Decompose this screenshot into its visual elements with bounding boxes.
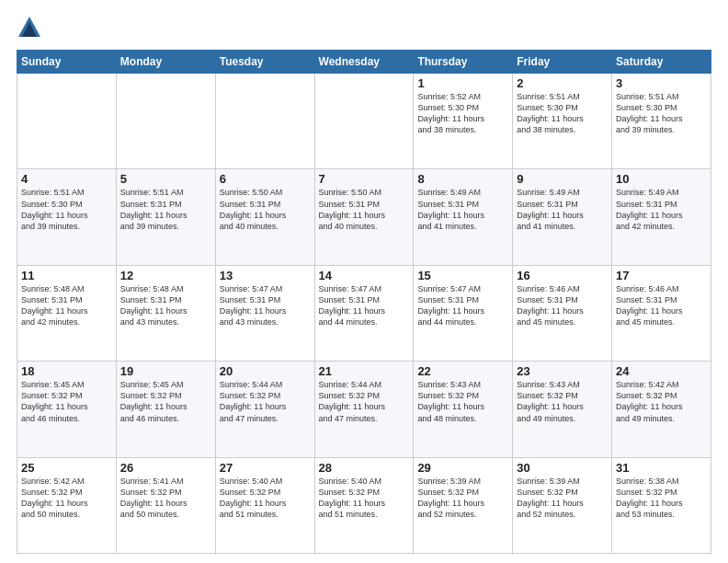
day-header-saturday: Saturday bbox=[612, 51, 711, 74]
day-header-sunday: Sunday bbox=[17, 51, 117, 74]
day-cell-9: 9Sunrise: 5:49 AM Sunset: 5:31 PM Daylig… bbox=[513, 169, 612, 265]
day-info: Sunrise: 5:43 AM Sunset: 5:32 PM Dayligh… bbox=[417, 379, 508, 424]
week-row-3: 11Sunrise: 5:48 AM Sunset: 5:31 PM Dayli… bbox=[17, 265, 711, 361]
day-cell-22: 22Sunrise: 5:43 AM Sunset: 5:32 PM Dayli… bbox=[414, 362, 513, 457]
day-number: 22 bbox=[417, 364, 508, 378]
day-cell-15: 15Sunrise: 5:47 AM Sunset: 5:31 PM Dayli… bbox=[414, 265, 513, 361]
day-cell-28: 28Sunrise: 5:40 AM Sunset: 5:32 PM Dayli… bbox=[314, 457, 414, 553]
day-number: 4 bbox=[21, 172, 112, 186]
day-number: 19 bbox=[120, 364, 211, 378]
empty-cell bbox=[116, 74, 215, 169]
day-cell-14: 14Sunrise: 5:47 AM Sunset: 5:31 PM Dayli… bbox=[314, 265, 414, 361]
day-cell-24: 24Sunrise: 5:42 AM Sunset: 5:32 PM Dayli… bbox=[612, 362, 711, 457]
day-info: Sunrise: 5:49 AM Sunset: 5:31 PM Dayligh… bbox=[417, 187, 508, 232]
page: SundayMondayTuesdayWednesdayThursdayFrid… bbox=[0, 0, 728, 563]
day-info: Sunrise: 5:47 AM Sunset: 5:31 PM Dayligh… bbox=[220, 283, 311, 328]
day-number: 20 bbox=[220, 364, 311, 378]
empty-cell bbox=[314, 74, 414, 169]
week-row-2: 4Sunrise: 5:51 AM Sunset: 5:30 PM Daylig… bbox=[17, 169, 711, 265]
day-cell-29: 29Sunrise: 5:39 AM Sunset: 5:32 PM Dayli… bbox=[414, 457, 513, 553]
day-number: 30 bbox=[517, 461, 608, 475]
day-info: Sunrise: 5:40 AM Sunset: 5:32 PM Dayligh… bbox=[220, 476, 311, 521]
logo-icon bbox=[17, 15, 42, 40]
day-number: 18 bbox=[21, 364, 112, 378]
header bbox=[17, 15, 711, 40]
day-number: 9 bbox=[517, 172, 608, 186]
day-number: 25 bbox=[21, 461, 112, 475]
day-number: 14 bbox=[319, 269, 410, 282]
day-cell-30: 30Sunrise: 5:39 AM Sunset: 5:32 PM Dayli… bbox=[513, 457, 612, 553]
day-info: Sunrise: 5:39 AM Sunset: 5:32 PM Dayligh… bbox=[417, 476, 508, 521]
day-header-friday: Friday bbox=[513, 51, 612, 74]
day-number: 6 bbox=[220, 172, 311, 186]
day-cell-10: 10Sunrise: 5:49 AM Sunset: 5:31 PM Dayli… bbox=[612, 169, 711, 265]
day-header-monday: Monday bbox=[116, 51, 215, 74]
day-cell-3: 3Sunrise: 5:51 AM Sunset: 5:30 PM Daylig… bbox=[612, 74, 711, 169]
day-info: Sunrise: 5:44 AM Sunset: 5:32 PM Dayligh… bbox=[319, 379, 410, 424]
day-info: Sunrise: 5:49 AM Sunset: 5:31 PM Dayligh… bbox=[517, 187, 608, 232]
day-info: Sunrise: 5:42 AM Sunset: 5:32 PM Dayligh… bbox=[21, 476, 112, 521]
day-info: Sunrise: 5:44 AM Sunset: 5:32 PM Dayligh… bbox=[220, 379, 311, 424]
day-cell-16: 16Sunrise: 5:46 AM Sunset: 5:31 PM Dayli… bbox=[513, 265, 612, 361]
day-cell-7: 7Sunrise: 5:50 AM Sunset: 5:31 PM Daylig… bbox=[314, 169, 414, 265]
day-cell-26: 26Sunrise: 5:41 AM Sunset: 5:32 PM Dayli… bbox=[116, 457, 215, 553]
day-info: Sunrise: 5:41 AM Sunset: 5:32 PM Dayligh… bbox=[120, 476, 211, 521]
day-cell-21: 21Sunrise: 5:44 AM Sunset: 5:32 PM Dayli… bbox=[314, 362, 414, 457]
day-info: Sunrise: 5:43 AM Sunset: 5:32 PM Dayligh… bbox=[517, 379, 608, 424]
day-cell-27: 27Sunrise: 5:40 AM Sunset: 5:32 PM Dayli… bbox=[215, 457, 314, 553]
day-cell-2: 2Sunrise: 5:51 AM Sunset: 5:30 PM Daylig… bbox=[513, 74, 612, 169]
day-number: 13 bbox=[220, 269, 311, 282]
day-cell-31: 31Sunrise: 5:38 AM Sunset: 5:32 PM Dayli… bbox=[612, 457, 711, 553]
day-number: 11 bbox=[21, 269, 112, 282]
day-number: 29 bbox=[417, 461, 508, 475]
day-info: Sunrise: 5:51 AM Sunset: 5:31 PM Dayligh… bbox=[120, 187, 211, 232]
day-cell-13: 13Sunrise: 5:47 AM Sunset: 5:31 PM Dayli… bbox=[215, 265, 314, 361]
day-info: Sunrise: 5:45 AM Sunset: 5:32 PM Dayligh… bbox=[21, 379, 112, 424]
day-number: 23 bbox=[517, 364, 608, 378]
day-cell-19: 19Sunrise: 5:45 AM Sunset: 5:32 PM Dayli… bbox=[116, 362, 215, 457]
day-info: Sunrise: 5:42 AM Sunset: 5:32 PM Dayligh… bbox=[616, 379, 707, 424]
day-cell-23: 23Sunrise: 5:43 AM Sunset: 5:32 PM Dayli… bbox=[513, 362, 612, 457]
day-number: 27 bbox=[220, 461, 311, 475]
day-info: Sunrise: 5:40 AM Sunset: 5:32 PM Dayligh… bbox=[319, 476, 410, 521]
day-number: 8 bbox=[417, 172, 508, 186]
day-header-tuesday: Tuesday bbox=[215, 51, 314, 74]
day-header-wednesday: Wednesday bbox=[314, 51, 414, 74]
day-number: 26 bbox=[120, 461, 211, 475]
day-info: Sunrise: 5:51 AM Sunset: 5:30 PM Dayligh… bbox=[616, 91, 707, 136]
day-number: 17 bbox=[616, 269, 707, 282]
day-info: Sunrise: 5:47 AM Sunset: 5:31 PM Dayligh… bbox=[417, 283, 508, 328]
day-number: 10 bbox=[616, 172, 707, 186]
day-header-thursday: Thursday bbox=[414, 51, 513, 74]
day-number: 24 bbox=[616, 364, 707, 378]
day-cell-25: 25Sunrise: 5:42 AM Sunset: 5:32 PM Dayli… bbox=[17, 457, 117, 553]
day-cell-6: 6Sunrise: 5:50 AM Sunset: 5:31 PM Daylig… bbox=[215, 169, 314, 265]
day-info: Sunrise: 5:51 AM Sunset: 5:30 PM Dayligh… bbox=[517, 91, 608, 136]
day-number: 1 bbox=[417, 76, 508, 90]
day-cell-17: 17Sunrise: 5:46 AM Sunset: 5:31 PM Dayli… bbox=[612, 265, 711, 361]
empty-cell bbox=[215, 74, 314, 169]
day-number: 15 bbox=[417, 269, 508, 282]
day-number: 16 bbox=[517, 269, 608, 282]
week-row-5: 25Sunrise: 5:42 AM Sunset: 5:32 PM Dayli… bbox=[17, 457, 711, 553]
day-info: Sunrise: 5:50 AM Sunset: 5:31 PM Dayligh… bbox=[319, 187, 410, 232]
calendar-table: SundayMondayTuesdayWednesdayThursdayFrid… bbox=[17, 50, 711, 554]
day-info: Sunrise: 5:51 AM Sunset: 5:30 PM Dayligh… bbox=[21, 187, 112, 232]
day-cell-4: 4Sunrise: 5:51 AM Sunset: 5:30 PM Daylig… bbox=[17, 169, 117, 265]
day-cell-8: 8Sunrise: 5:49 AM Sunset: 5:31 PM Daylig… bbox=[414, 169, 513, 265]
day-info: Sunrise: 5:47 AM Sunset: 5:31 PM Dayligh… bbox=[319, 283, 410, 328]
day-number: 12 bbox=[120, 269, 211, 282]
day-number: 3 bbox=[616, 76, 707, 90]
empty-cell bbox=[17, 74, 117, 169]
day-info: Sunrise: 5:50 AM Sunset: 5:31 PM Dayligh… bbox=[220, 187, 311, 232]
logo bbox=[17, 15, 46, 40]
day-info: Sunrise: 5:46 AM Sunset: 5:31 PM Dayligh… bbox=[616, 283, 707, 328]
day-info: Sunrise: 5:48 AM Sunset: 5:31 PM Dayligh… bbox=[21, 283, 112, 328]
day-number: 5 bbox=[120, 172, 211, 186]
day-number: 21 bbox=[319, 364, 410, 378]
week-row-4: 18Sunrise: 5:45 AM Sunset: 5:32 PM Dayli… bbox=[17, 362, 711, 457]
day-info: Sunrise: 5:52 AM Sunset: 5:30 PM Dayligh… bbox=[417, 91, 508, 136]
day-info: Sunrise: 5:38 AM Sunset: 5:32 PM Dayligh… bbox=[616, 476, 707, 521]
day-number: 7 bbox=[319, 172, 410, 186]
day-cell-12: 12Sunrise: 5:48 AM Sunset: 5:31 PM Dayli… bbox=[116, 265, 215, 361]
